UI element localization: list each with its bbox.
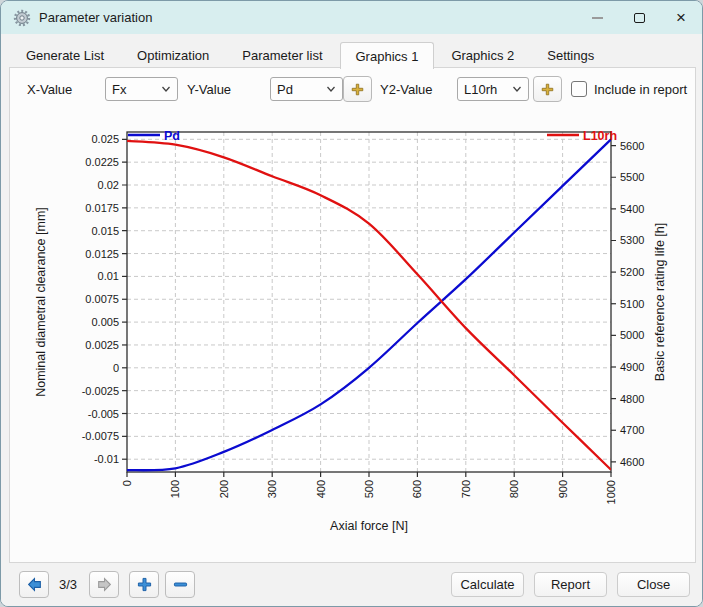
svg-text:0: 0 [113,362,119,374]
y-left-axis-title: Nominal diametral clearance [mm] [34,207,48,397]
svg-text:0.0125: 0.0125 [85,248,119,260]
add-chart-button[interactable] [129,571,159,598]
graphics-1-page: X-Value Fx Y-Value Pd Y2-Value L10rh Inc… [9,67,696,563]
svg-text:5500: 5500 [620,171,644,183]
include-in-report-label: Include in report [594,82,687,97]
svg-text:1000: 1000 [605,480,617,504]
svg-text:5200: 5200 [620,266,644,278]
svg-text:0.0175: 0.0175 [85,202,119,214]
app-gear-icon [13,9,31,27]
svg-text:600: 600 [411,480,423,498]
tab-graphics-2[interactable]: Graphics 2 [435,43,530,68]
plus-icon [351,83,364,96]
parameter-variation-window: Parameter variation × Generate ListOptim… [0,0,703,607]
add-y2-series-button[interactable] [533,76,562,102]
legend-label-pd: Pd [164,129,180,143]
y-right-axis-title: Basic reference rating life [h] [653,223,667,381]
svg-text:4700: 4700 [620,424,644,436]
svg-text:0.01: 0.01 [98,270,119,282]
tab-parameter-list[interactable]: Parameter list [226,43,338,68]
minimize-icon [592,17,603,19]
remove-chart-button[interactable] [165,571,195,598]
x-value-select[interactable]: Fx [105,77,178,101]
svg-text:5400: 5400 [620,203,644,215]
y2-value-select[interactable]: L10rh [457,77,529,101]
svg-text:900: 900 [557,480,569,498]
title-bar: Parameter variation × [1,1,702,34]
plus-icon [137,577,152,592]
svg-text:800: 800 [508,480,520,498]
svg-text:300: 300 [266,480,278,498]
svg-text:0.0225: 0.0225 [85,156,119,168]
maximize-button[interactable] [618,1,660,34]
x-axis-title: Axial force [N] [330,519,408,533]
x-value-label: X-Value [27,82,72,97]
svg-text:4900: 4900 [620,361,644,373]
report-button[interactable]: Report [534,572,607,597]
calculate-button[interactable]: Calculate [451,572,524,597]
close-dialog-button[interactable]: Close [617,572,690,597]
y2-value-label: Y2-Value [380,82,433,97]
svg-text:100: 100 [169,480,181,498]
svg-text:0.005: 0.005 [91,316,119,328]
svg-text:0.0025: 0.0025 [85,339,119,351]
tab-optimization[interactable]: Optimization [121,43,225,68]
tab-graphics-1[interactable]: Graphics 1 [340,42,435,69]
chevron-down-icon [512,84,522,94]
svg-text:5000: 5000 [620,329,644,341]
tab-generate-list[interactable]: Generate List [10,43,120,68]
tab-bar: Generate ListOptimizationParameter listG… [10,44,611,68]
svg-text:0.02: 0.02 [98,179,119,191]
y-value-current: Pd [277,82,293,97]
add-y-series-button[interactable] [343,76,372,102]
svg-text:0: 0 [121,480,133,486]
svg-text:4600: 4600 [620,456,644,468]
svg-text:0.025: 0.025 [91,133,119,145]
close-icon: × [676,9,686,26]
chart-canvas: 0.0250.02250.020.01750.0150.01250.010.00… [12,114,695,562]
legend-label-l10rh: L10rh [583,129,617,143]
svg-text:5300: 5300 [620,234,644,246]
svg-text:-0.01: -0.01 [94,453,119,465]
svg-text:200: 200 [218,480,230,498]
svg-text:5600: 5600 [620,140,644,152]
arrow-right-icon [96,576,113,593]
minimize-button[interactable] [576,1,618,34]
previous-page-button[interactable] [19,571,49,598]
window-title: Parameter variation [39,10,152,25]
plus-icon [541,83,554,96]
svg-text:400: 400 [315,480,327,498]
footer-bar: 3/3 Calculate Report Close [1,564,702,607]
svg-text:0.015: 0.015 [91,225,119,237]
svg-text:-0.0075: -0.0075 [82,430,119,442]
svg-text:-0.0025: -0.0025 [82,385,119,397]
arrow-left-icon [26,576,43,593]
svg-text:4800: 4800 [620,393,644,405]
svg-text:700: 700 [460,480,472,498]
svg-text:0.0075: 0.0075 [85,293,119,305]
y-value-select[interactable]: Pd [270,77,343,101]
close-button[interactable]: × [660,1,702,34]
maximize-icon [634,13,645,23]
tab-settings[interactable]: Settings [531,43,610,68]
next-page-button[interactable] [89,571,119,598]
include-in-report-checkbox[interactable] [571,81,587,97]
y2-value-current: L10rh [464,82,497,97]
minus-icon [173,577,188,592]
chevron-down-icon [161,84,171,94]
y-value-label: Y-Value [187,82,231,97]
x-value-current: Fx [112,82,126,97]
svg-text:500: 500 [363,480,375,498]
svg-text:-0.005: -0.005 [88,408,119,420]
chevron-down-icon [326,84,336,94]
page-indicator: 3/3 [59,577,77,592]
svg-text:5100: 5100 [620,298,644,310]
